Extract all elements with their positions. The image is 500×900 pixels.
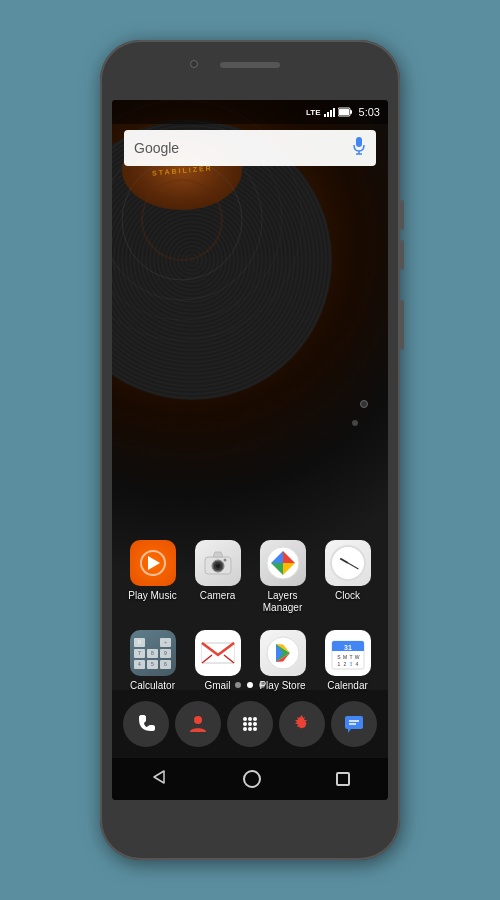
- dock-settings[interactable]: [279, 701, 325, 747]
- phone-screen: STABILIZER LTE: [112, 100, 388, 800]
- search-bar[interactable]: Google: [124, 130, 376, 166]
- app-layers-manager[interactable]: Layers Manager: [253, 540, 313, 614]
- app-play-music[interactable]: Play Music: [123, 540, 183, 614]
- svg-marker-48: [154, 771, 164, 783]
- play-triangle: [148, 556, 160, 570]
- dock-messaging[interactable]: [331, 701, 377, 747]
- volume-down-button[interactable]: [400, 240, 404, 270]
- recents-icon: [336, 772, 350, 786]
- svg-point-4: [142, 180, 222, 260]
- svg-text:1: 1: [337, 661, 340, 667]
- play-music-label: Play Music: [128, 590, 176, 602]
- dock-launcher[interactable]: [227, 701, 273, 747]
- play-store-svg: [266, 636, 300, 670]
- svg-point-41: [248, 727, 252, 731]
- search-label: Google: [134, 140, 352, 156]
- calculator-icon: 0 ÷ 7 8 9 4 5 6: [130, 630, 176, 676]
- dock-contacts[interactable]: [175, 701, 221, 747]
- page-dot-3: [259, 682, 265, 688]
- play-store-icon: [260, 630, 306, 676]
- lte-indicator: LTE: [306, 108, 321, 117]
- back-icon: [150, 768, 168, 786]
- svg-point-37: [243, 722, 247, 726]
- status-bar: LTE 5:03: [112, 100, 388, 124]
- svg-point-42: [253, 727, 257, 731]
- front-camera: [190, 60, 198, 68]
- messaging-dock-icon: [343, 713, 365, 735]
- svg-point-40: [243, 727, 247, 731]
- calc-cell-4: 9: [160, 649, 171, 658]
- calc-cell-5: 4: [134, 660, 145, 669]
- app-row-1: Play Music Camera: [112, 540, 388, 614]
- layers-manager-icon: [260, 540, 306, 586]
- signal-bars: [324, 107, 335, 117]
- calc-cell-1: ÷: [160, 638, 171, 647]
- clock-label: Clock: [335, 590, 360, 602]
- svg-rect-6: [350, 110, 352, 114]
- signal-bar-2: [327, 112, 329, 117]
- signal-bar-4: [333, 108, 335, 117]
- app-camera[interactable]: Camera: [188, 540, 248, 614]
- dock: [112, 690, 388, 758]
- power-button[interactable]: [400, 300, 404, 350]
- back-button[interactable]: [150, 768, 168, 790]
- app-clock[interactable]: Clock: [318, 540, 378, 614]
- home-button[interactable]: [243, 770, 261, 788]
- svg-point-34: [243, 717, 247, 721]
- svg-text:31: 31: [344, 644, 352, 651]
- navigation-bar: [112, 758, 388, 800]
- svg-point-36: [253, 717, 257, 721]
- calc-cell-6: 5: [147, 660, 158, 669]
- svg-point-15: [216, 564, 220, 568]
- svg-text:W: W: [354, 654, 359, 660]
- svg-point-16: [223, 559, 226, 562]
- calc-cell-display: 0: [134, 638, 145, 647]
- calendar-icon: 31 S M T W 1 2 3 4: [325, 630, 371, 676]
- dock-phone[interactable]: [123, 701, 169, 747]
- layers-manager-label: Layers Manager: [253, 590, 313, 614]
- page-dot-1: [235, 682, 241, 688]
- camera-label: Camera: [200, 590, 236, 602]
- svg-point-33: [194, 716, 202, 724]
- svg-rect-8: [356, 137, 362, 147]
- svg-point-39: [253, 722, 257, 726]
- svg-point-35: [248, 717, 252, 721]
- launcher-dock-icon: [239, 713, 261, 735]
- volume-up-button[interactable]: [400, 200, 404, 230]
- gmail-svg: [200, 639, 236, 667]
- page-indicator: [112, 682, 388, 688]
- calc-cell-7: 6: [160, 660, 171, 669]
- signal-bar-3: [330, 110, 332, 117]
- svg-marker-12: [213, 552, 223, 557]
- phone-dock-icon: [135, 713, 157, 735]
- svg-text:M: M: [342, 654, 346, 660]
- svg-point-3: [122, 160, 242, 280]
- calendar-svg: 31 S M T W 1 2 3 4: [330, 635, 366, 671]
- vinyl-detail-2: [352, 420, 358, 426]
- home-icon: [243, 770, 261, 788]
- earpiece-speaker: [220, 62, 280, 68]
- gmail-icon: [195, 630, 241, 676]
- calc-cell-2: 7: [134, 649, 145, 658]
- settings-dock-icon: [291, 713, 313, 735]
- svg-rect-44: [345, 716, 363, 729]
- mic-icon[interactable]: [352, 137, 366, 159]
- status-icons: LTE 5:03: [306, 106, 380, 118]
- contacts-dock-icon: [187, 713, 209, 735]
- clock-face: [330, 545, 366, 581]
- svg-rect-7: [339, 109, 349, 115]
- page-dot-2: [247, 682, 253, 688]
- svg-point-38: [248, 722, 252, 726]
- svg-text:4: 4: [355, 661, 358, 667]
- status-time: 5:03: [359, 106, 380, 118]
- camera-icon: [195, 540, 241, 586]
- phone-frame: STABILIZER LTE: [100, 40, 400, 860]
- camera-svg: [203, 550, 233, 576]
- clock-minute-hand: [347, 563, 358, 570]
- clock-icon: [325, 540, 371, 586]
- battery-icon: [338, 107, 352, 117]
- calc-cell-3: 8: [147, 649, 158, 658]
- play-music-icon: [130, 540, 176, 586]
- play-music-circle: [140, 550, 166, 576]
- recents-button[interactable]: [336, 772, 350, 786]
